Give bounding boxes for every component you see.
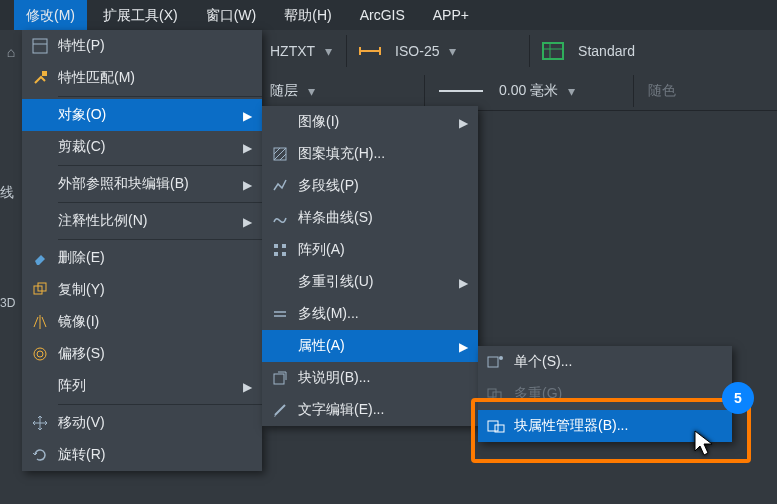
mi-mleader[interactable]: 多重引线(U)▶ <box>262 266 478 298</box>
battman-icon <box>478 418 514 434</box>
mi-erase[interactable]: 删除(E) <box>22 242 262 274</box>
lineweight-icon <box>439 88 483 94</box>
mi-spline[interactable]: 样条曲线(S) <box>262 202 478 234</box>
table-style-icon <box>542 42 564 60</box>
svg-rect-15 <box>282 252 286 256</box>
mi-object[interactable]: 对象(O)▶ <box>22 99 262 131</box>
svg-rect-19 <box>488 389 496 397</box>
divider <box>58 404 262 405</box>
attr-multi-icon <box>478 386 514 402</box>
submenu-arrow-icon: ▶ <box>243 141 252 155</box>
hatch-icon <box>262 146 298 162</box>
menu-ext[interactable]: 扩展工具(X) <box>91 0 190 30</box>
submenu-arrow-icon: ▶ <box>243 109 252 123</box>
matchprops-icon <box>22 70 58 86</box>
svg-point-9 <box>34 348 46 360</box>
svg-rect-0 <box>543 43 563 59</box>
side-label-line: 线 <box>0 184 14 202</box>
block-icon <box>262 370 298 386</box>
mi-image[interactable]: 图像(I)▶ <box>262 106 478 138</box>
svg-rect-4 <box>33 39 47 53</box>
svg-rect-12 <box>274 244 278 248</box>
cursor-icon <box>694 430 714 456</box>
house-icon[interactable]: ⌂ <box>7 44 15 60</box>
svg-rect-13 <box>282 244 286 248</box>
mi-array[interactable]: 阵列▶ <box>22 370 262 402</box>
submenu-arrow-icon: ▶ <box>243 215 252 229</box>
mi-hatch[interactable]: 图案填充(H)... <box>262 138 478 170</box>
layer-dropdown[interactable]: 随层▾ <box>262 76 418 106</box>
menu-window[interactable]: 窗口(W) <box>194 0 269 30</box>
erase-icon <box>22 250 58 266</box>
submenu-arrow-icon: ▶ <box>243 178 252 192</box>
divider <box>58 96 262 97</box>
mline-icon <box>262 306 298 322</box>
svg-rect-20 <box>493 392 501 400</box>
modify-menu: 特性(P) 特性匹配(M) 对象(O)▶ 剪裁(C)▶ 外部参照和块编辑(B)▶… <box>22 30 262 471</box>
lineweight-dropdown[interactable]: 0.00 毫米▾ <box>491 76 627 106</box>
mi-matchprops[interactable]: 特性匹配(M) <box>22 62 262 94</box>
mi-mirror[interactable]: 镜像(I) <box>22 306 262 338</box>
tablestyle-dropdown[interactable]: Standard <box>570 36 643 66</box>
mi-pline[interactable]: 多段线(P) <box>262 170 478 202</box>
mi-rotate[interactable]: 旋转(R) <box>22 439 262 471</box>
side-label-3d: 3D <box>0 296 15 310</box>
svg-rect-6 <box>42 71 47 76</box>
submenu-arrow-icon: ▶ <box>459 276 468 290</box>
svg-rect-17 <box>488 357 498 367</box>
mi-attribute[interactable]: 属性(A)▶ <box>262 330 478 362</box>
svg-rect-21 <box>488 421 498 431</box>
submenu-arrow-icon: ▶ <box>459 116 468 130</box>
rotate-icon <box>22 447 58 463</box>
mi-copy[interactable]: 复制(Y) <box>22 274 262 306</box>
menu-appplus[interactable]: APP+ <box>421 0 481 30</box>
mi-move[interactable]: 移动(V) <box>22 407 262 439</box>
mi-attr-single[interactable]: 单个(S)... <box>478 346 732 378</box>
properties-icon <box>22 38 58 54</box>
mi-textedit[interactable]: 文字编辑(E)... <box>262 394 478 426</box>
mi-blockdesc[interactable]: 块说明(B)... <box>262 362 478 394</box>
mi-offset[interactable]: 偏移(S) <box>22 338 262 370</box>
svg-point-10 <box>37 351 43 357</box>
callout-badge: 5 <box>722 382 754 414</box>
menu-help[interactable]: 帮助(H) <box>272 0 343 30</box>
mi-mline[interactable]: 多线(M)... <box>262 298 478 330</box>
spline-icon <box>262 210 298 226</box>
object-submenu: 图像(I)▶ 图案填充(H)... 多段线(P) 样条曲线(S) 阵列(A) 多… <box>262 106 478 426</box>
submenu-arrow-icon: ▶ <box>243 380 252 394</box>
dimstyle-dropdown[interactable]: ISO-25▾ <box>387 36 523 66</box>
textedit-icon <box>262 402 298 418</box>
divider <box>529 35 530 67</box>
submenu-arrow-icon: ▶ <box>459 340 468 354</box>
svg-rect-14 <box>274 252 278 256</box>
copy-icon <box>22 282 58 298</box>
left-toolbar: ⌂ <box>0 30 22 504</box>
chevron-down-icon: ▾ <box>568 83 575 99</box>
divider <box>58 165 262 166</box>
mi-annoscale[interactable]: 注释性比例(N)▶ <box>22 205 262 237</box>
svg-point-18 <box>499 356 503 360</box>
mirror-icon <box>22 314 58 330</box>
menu-modify-label: 修改(M) <box>26 7 75 23</box>
chevron-down-icon: ▾ <box>449 43 456 59</box>
divider <box>633 75 634 107</box>
divider <box>346 35 347 67</box>
textstyle-dropdown[interactable]: HZTXT▾ <box>262 36 340 66</box>
array-icon <box>262 242 298 258</box>
mi-attr-multi: 多重(G) <box>478 378 732 410</box>
mi-arraysub[interactable]: 阵列(A) <box>262 234 478 266</box>
polyline-icon <box>262 178 298 194</box>
attribute-submenu: 单个(S)... 多重(G) 块属性管理器(B)... <box>478 346 732 442</box>
menu-modify[interactable]: 修改(M) <box>14 0 87 30</box>
attr-single-icon <box>478 354 514 370</box>
mi-xref[interactable]: 外部参照和块编辑(B)▶ <box>22 168 262 200</box>
menu-arcgis[interactable]: ArcGIS <box>348 0 417 30</box>
move-icon <box>22 415 58 431</box>
divider <box>424 75 425 107</box>
divider <box>58 202 262 203</box>
color-dropdown[interactable]: 随色 <box>640 76 684 106</box>
mi-properties[interactable]: 特性(P) <box>22 30 262 62</box>
mi-clip[interactable]: 剪裁(C)▶ <box>22 131 262 163</box>
svg-rect-16 <box>274 374 284 384</box>
divider <box>58 239 262 240</box>
